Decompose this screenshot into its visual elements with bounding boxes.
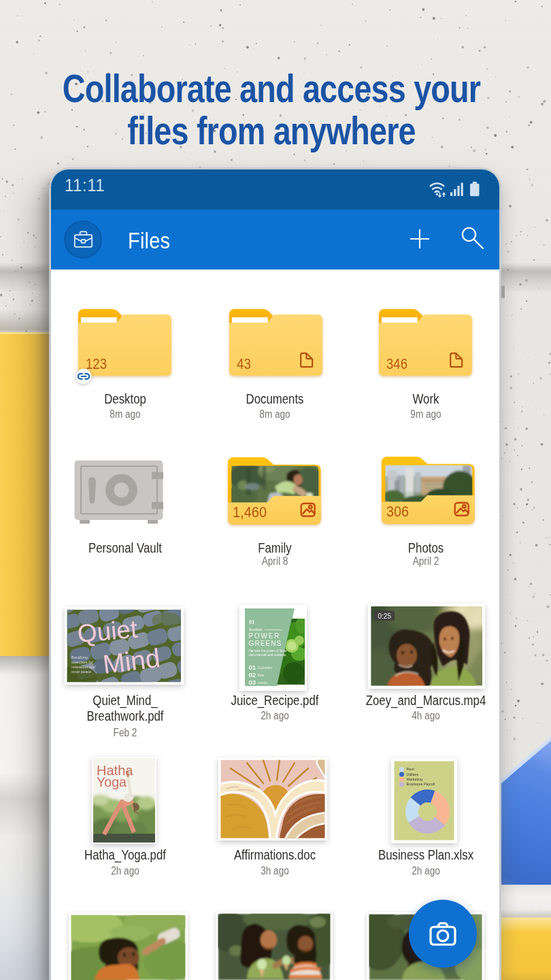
svg-text:Kale: Kale: [258, 674, 265, 677]
svg-text:Breathing: Breathing: [71, 655, 88, 659]
svg-text:inner peace: inner peace: [71, 670, 91, 674]
svg-text:Cucumber: Cucumber: [258, 666, 273, 670]
svg-text:Lemon: Lemon: [258, 681, 267, 685]
svg-text:01: 01: [249, 619, 255, 625]
svg-text:01: 01: [248, 664, 256, 671]
svg-text:POWER: POWER: [248, 632, 280, 639]
svg-text:relaxation and: relaxation and: [71, 665, 95, 669]
svg-text:Utilities: Utilities: [406, 772, 418, 777]
svg-text:Rent: Rent: [406, 767, 414, 771]
svg-text:03: 03: [248, 679, 256, 686]
svg-text:GREENS: GREENS: [248, 639, 282, 647]
svg-text:0:25: 0:25: [378, 611, 391, 619]
svg-text:02: 02: [248, 671, 256, 679]
svg-text:1,460: 1,460: [233, 504, 267, 521]
svg-text:Breakfast: Breakfast: [249, 628, 263, 632]
svg-text:Employee Payroll: Employee Payroll: [406, 782, 435, 786]
svg-text:Quiet: Quiet: [76, 615, 139, 648]
svg-text:43: 43: [237, 356, 251, 372]
svg-text:exercises for: exercises for: [71, 660, 93, 664]
svg-text:306: 306: [386, 503, 409, 520]
svg-text:vital minerals and nutrients.: vital minerals and nutrients.: [248, 653, 286, 656]
svg-text:Marketing: Marketing: [406, 777, 422, 781]
svg-text:Yoga: Yoga: [97, 774, 127, 789]
svg-text:Harness the power of these: Harness the power of these: [248, 649, 287, 652]
svg-text:346: 346: [386, 356, 407, 372]
